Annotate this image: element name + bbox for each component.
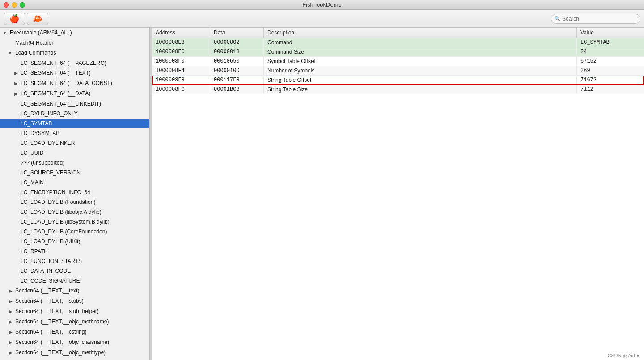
table-row[interactable]: 1000008F40000010DNumber of Symbols269 — [152, 66, 644, 76]
sidebar-item-lc-code-signature[interactable]: LC_CODE_SIGNATURE — [0, 276, 149, 286]
sidebar-item-executable[interactable]: ▾Executable (ARM64_ALL) — [0, 28, 149, 38]
sidebar-item-lc-dysymtab[interactable]: LC_DYSYMTAB — [0, 128, 149, 138]
sidebar-item-lc-main[interactable]: LC_MAIN — [0, 178, 149, 187]
sidebar-item-lc-dyld-info[interactable]: LC_DYLD_INFO_ONLY — [0, 109, 149, 119]
sidebar-item-label: LC_SEGMENT_64 (__DATA) — [21, 90, 90, 97]
toolbar-button-1[interactable]: 🍎 — [4, 13, 25, 25]
table-row[interactable]: 1000008F8000117F8String Table Offset7167… — [152, 76, 644, 85]
search-input[interactable] — [551, 14, 640, 24]
sidebar-item-label: Executable (ARM64_ALL) — [10, 30, 72, 36]
sidebar-item-label: LC_ENCRYPTION_INFO_64 — [21, 189, 90, 195]
sidebar-item-section64-text-stub-helper[interactable]: ▶Section64 (__TEXT,__stub_helper) — [0, 306, 149, 317]
sidebar-item-label: LC_LOAD_DYLIB (CoreFoundation) — [21, 229, 107, 235]
sidebar-item-lc-symtab[interactable]: LC_SYMTAB — [0, 119, 149, 128]
table-header: AddressDataDescriptionValue — [152, 28, 644, 38]
cell-data: 00010650 — [210, 57, 264, 66]
sidebar-item-section64-text-objc-methtype[interactable]: ▶Section64 (__TEXT,__objc_methtype) — [0, 347, 149, 358]
sidebar-item-lc-segment-text[interactable]: ▶LC_SEGMENT_64 (__TEXT) — [0, 68, 149, 78]
sidebar-item-lc-load-dylib-corefoundation[interactable]: LC_LOAD_DYLIB (CoreFoundation) — [0, 227, 149, 237]
sidebar-item-label: LC_LOAD_DYLIB (Foundation) — [21, 199, 95, 205]
sidebar-item-section64-text-unwind-info[interactable]: Section64 (__TEXT,__unwind_info) — [0, 358, 149, 360]
sidebar-item-lc-load-dylinker[interactable]: LC_LOAD_DYLINKER — [0, 138, 149, 148]
sidebar-item-lc-load-dylib-libobjc[interactable]: LC_LOAD_DYLIB (libobjc.A.dylib) — [0, 207, 149, 217]
right-panel: AddressDataDescriptionValue 1000008E8000… — [152, 28, 644, 360]
disclosure-icon: ▶ — [9, 339, 14, 347]
column-header-data: Data — [210, 28, 264, 38]
sidebar-item-label: Section64 (__TEXT,__text) — [15, 288, 79, 294]
cell-description: String Table Size — [264, 85, 577, 94]
cell-value: 7112 — [577, 85, 644, 94]
disclosure-icon: ▶ — [9, 349, 14, 357]
crab-icon: 🦀 — [33, 14, 42, 24]
sidebar-item-section64-text-objc-methname[interactable]: ▶Section64 (__TEXT,__objc_methname) — [0, 317, 149, 327]
cell-address: 1000008F8 — [152, 76, 210, 85]
cell-value: 71672 — [577, 76, 644, 85]
cell-description: Number of Symbols — [264, 66, 577, 75]
table-row[interactable]: 1000008FC00001BC8String Table Size7112 — [152, 85, 644, 94]
sidebar-item-label: Load Commands — [15, 50, 56, 56]
cell-value: 269 — [577, 66, 644, 75]
sidebar-item-mach64-header[interactable]: Mach64 Header — [0, 38, 149, 48]
cell-description: String Table Offset — [264, 76, 577, 85]
close-button[interactable] — [4, 2, 9, 8]
table-row[interactable]: 1000008EC00000018Command Size24 — [152, 47, 644, 57]
sidebar-item-label: LC_LOAD_DYLINKER — [21, 140, 75, 146]
sidebar-item-lc-segment-data[interactable]: ▶LC_SEGMENT_64 (__DATA) — [0, 89, 149, 99]
column-header-description: Description — [264, 28, 577, 38]
sidebar-item-label: Section64 (__TEXT,__stub_helper) — [15, 308, 99, 314]
toolbar: 🍎 🦀 🔍 — [0, 10, 644, 28]
sidebar-item-label: LC_MAIN — [21, 179, 44, 186]
sidebar-item-lc-uuid[interactable]: LC_UUID — [0, 148, 149, 158]
cell-address: 1000008EC — [152, 47, 210, 56]
disclosure-icon: ▶ — [9, 308, 14, 316]
sidebar-item-label: LC_SYMTAB — [21, 120, 52, 127]
sidebar-item-lc-segment-data-const[interactable]: ▶LC_SEGMENT_64 (__DATA_CONST) — [0, 78, 149, 89]
disclosure-icon: ▶ — [9, 318, 14, 326]
table-row[interactable]: 1000008E800000002CommandLC_SYMTAB — [152, 38, 644, 47]
cell-address: 1000008F0 — [152, 57, 210, 66]
window-controls[interactable] — [4, 2, 25, 8]
sidebar-item-lc-load-dylib-uikit[interactable]: LC_LOAD_DYLIB (UIKit) — [0, 237, 149, 246]
maximize-button[interactable] — [20, 2, 25, 8]
cell-address: 1000008E8 — [152, 38, 210, 47]
table-row[interactable]: 1000008F000010650Symbol Table Offset6715… — [152, 57, 644, 66]
sidebar-item-label: Section64 (__TEXT,__cstring) — [15, 329, 86, 335]
sidebar-item-lc-encryption-info[interactable]: LC_ENCRYPTION_INFO_64 — [0, 187, 149, 197]
sidebar-item-label: LC_FUNCTION_STARTS — [21, 258, 82, 264]
sidebar-item-load-commands[interactable]: ▾Load Commands — [0, 48, 149, 58]
toolbar-button-2[interactable]: 🦀 — [27, 13, 48, 25]
sidebar-item-label: Section64 (__TEXT,__objc_classname) — [15, 339, 109, 345]
sidebar-item-lc-rpath[interactable]: LC_RPATH — [0, 246, 149, 256]
sidebar-item-label: LC_CODE_SIGNATURE — [21, 278, 80, 284]
sidebar-item-lc-segment-linkedit[interactable]: LC_SEGMENT_64 (__LINKEDIT) — [0, 99, 149, 109]
disclosure-icon: ▾ — [9, 49, 14, 57]
minimize-button[interactable] — [12, 2, 17, 8]
sidebar-item-lc-source-version[interactable]: LC_SOURCE_VERSION — [0, 168, 149, 178]
sidebar: ▾Executable (ARM64_ALL)Mach64 Header▾Loa… — [0, 28, 150, 360]
sidebar-item-label: LC_SEGMENT_64 (__PAGEZERO) — [21, 60, 106, 66]
sidebar-item-label: Section64 (__TEXT,__objc_methtype) — [15, 349, 106, 356]
disclosure-icon: ▶ — [14, 80, 20, 88]
cell-address: 1000008FC — [152, 85, 210, 94]
cell-data: 00000002 — [210, 38, 264, 47]
sidebar-item-label: LC_LOAD_DYLIB (libobjc.A.dylib) — [21, 209, 102, 215]
sidebar-item-label: Mach64 Header — [15, 40, 53, 46]
sidebar-item-lc-load-dylib-libsystem[interactable]: LC_LOAD_DYLIB (libSystem.B.dylib) — [0, 217, 149, 227]
sidebar-item-section64-text-stubs[interactable]: ▶Section64 (__TEXT,__stubs) — [0, 296, 149, 306]
sidebar-item-label: LC_RPATH — [21, 248, 48, 254]
disclosure-icon: ▶ — [9, 328, 14, 336]
sidebar-item-section64-text-cstring[interactable]: ▶Section64 (__TEXT,__cstring) — [0, 327, 149, 337]
sidebar-item-lc-data-in-code[interactable]: LC_DATA_IN_CODE — [0, 266, 149, 276]
sidebar-item-lc-function-starts[interactable]: LC_FUNCTION_STARTS — [0, 256, 149, 266]
sidebar-item-lc-segment-pagezero[interactable]: LC_SEGMENT_64 (__PAGEZERO) — [0, 58, 149, 68]
disclosure-icon: ▾ — [4, 29, 9, 37]
cell-description: Command — [264, 38, 577, 47]
disclosure-icon: ▶ — [9, 297, 14, 305]
sidebar-item-label: LC_SEGMENT_64 (__LINKEDIT) — [21, 101, 101, 107]
sidebar-item-lc-load-dylib-foundation[interactable]: LC_LOAD_DYLIB (Foundation) — [0, 197, 149, 207]
sidebar-item-lc-unsupported[interactable]: ??? (unsupported) — [0, 158, 149, 168]
column-header-address: Address — [152, 28, 210, 38]
cell-data: 00001BC8 — [210, 85, 264, 94]
sidebar-item-section64-text-text[interactable]: ▶Section64 (__TEXT,__text) — [0, 286, 149, 296]
sidebar-item-section64-text-objc-classname[interactable]: ▶Section64 (__TEXT,__objc_classname) — [0, 337, 149, 347]
